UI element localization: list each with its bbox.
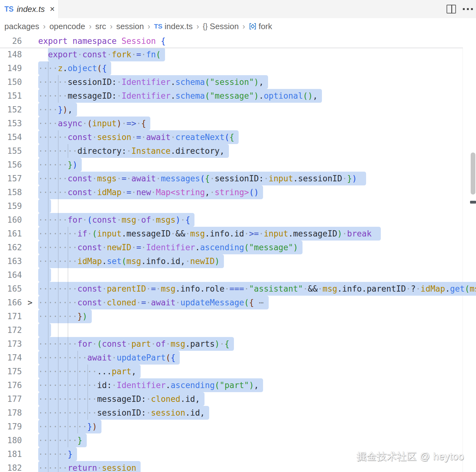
line-number[interactable]: 182 [0,461,22,472]
vertical-scrollbar[interactable] [471,153,475,195]
line-number[interactable]: 173 [0,337,22,351]
code-line[interactable]: 174··········await·updatePart({ [0,351,476,365]
code-line[interactable]: 166>········const·cloned·=·await·updateM… [0,296,476,309]
line-number[interactable]: 26 [0,34,22,48]
code-text: ······for·(const·msg·of·msgs)·{ [38,213,190,227]
tab-index-ts[interactable]: TS index.ts × [0,0,59,18]
indent-guide [58,323,59,337]
code-text: ······messageID:·Identifier.schema("mess… [38,89,318,103]
line-number[interactable]: 160 [0,213,22,227]
code-line[interactable]: 180········} [0,433,476,447]
line-number[interactable]: 175 [0,365,22,378]
breadcrumb-label: Session [210,22,239,31]
line-number[interactable]: 157 [0,172,22,185]
line-number[interactable]: 178 [0,406,22,420]
overview-ruler-border [463,34,463,472]
code-line[interactable]: 163········idMap.set(msg.info.id,·newID) [0,254,476,268]
line-number[interactable]: 179 [0,420,22,433]
code-line[interactable]: 161········if·(input.messageID·&&·msg.in… [0,227,476,241]
line-number[interactable]: 164 [0,268,22,282]
code-line[interactable]: 156······}) [0,158,476,172]
code-line[interactable]: 153····async·(input)·=>·{ [0,117,476,130]
split-editor-icon[interactable] [447,5,456,13]
code-line[interactable]: 155········directory:·Instance.directory… [0,144,476,158]
line-number[interactable]: 162 [0,241,22,254]
breadcrumb-item-session[interactable]: session [116,22,144,31]
line-number[interactable]: 150 [0,75,22,89]
code-text: ············...part, [38,365,136,378]
breadcrumb-label: packages [4,22,39,31]
code-line[interactable]: 178············sessionID:·session.id, [0,406,476,420]
line-number[interactable]: 159 [0,199,22,213]
code-line[interactable]: 160······for·(const·msg·of·msgs)·{ [0,213,476,227]
code-text: ········const·newID·=·Identifier.ascendi… [38,241,298,254]
code-text: ··········await·updatePart({ [38,351,175,365]
code-text: ······const·idMap·=·new·Map<string,·stri… [38,185,259,199]
close-tab-icon[interactable]: × [50,5,55,13]
code-line[interactable]: 150······sessionID:·Identifier.schema("s… [0,75,476,89]
code-line[interactable]: 172 [0,323,476,337]
code-line[interactable]: 177············messageID:·cloned.id, [0,392,476,406]
fold-expand-icon[interactable]: > [28,296,33,309]
breadcrumb-separator: › [110,22,112,31]
code-line[interactable]: 26export namespace Session { [0,34,463,48]
code-line[interactable]: 176············id:·Identifier.ascending(… [0,378,476,392]
selection-highlight [38,268,51,282]
line-number[interactable]: 172 [0,323,22,337]
indent-guide [58,268,59,282]
sticky-scroll-header[interactable]: 26export namespace Session { [0,34,463,48]
code-line[interactable]: 152····}), [0,103,476,117]
line-number[interactable]: 151 [0,89,22,103]
line-number[interactable]: 148 [0,48,22,61]
code-line[interactable]: 157······const·msgs·=·await·messages({·s… [0,172,476,185]
line-number[interactable]: 174 [0,351,22,365]
line-number[interactable]: 154 [0,130,22,144]
line-number[interactable]: 165 [0,282,22,296]
line-number[interactable]: 180 [0,433,22,447]
breadcrumb-label: src [95,22,106,31]
code-text: export namespace Session { [38,34,166,48]
code-line[interactable]: 173········for·(const·part·of·msg.parts)… [0,337,476,351]
vscode-editor-window: TS index.ts × packages›opencode›src›sess… [0,0,476,472]
code-line[interactable]: 179··········}) [0,420,476,433]
breadcrumb-item-session[interactable]: {}Session [203,22,239,31]
code-line[interactable]: 149····z.object({ [0,61,476,75]
code-line[interactable]: 165········const·parentID·=·msg.info.rol… [0,282,476,296]
breadcrumb-item-index-ts[interactable]: TSindex.ts [154,22,193,31]
line-number[interactable]: 177 [0,392,22,406]
code-text: ········} [38,433,82,447]
indent-guide [48,199,49,213]
line-number[interactable]: 158 [0,185,22,199]
indent-guide [48,323,49,337]
line-number[interactable]: 152 [0,103,22,117]
code-line[interactable]: 159 [0,199,476,213]
line-number[interactable]: 156 [0,158,22,172]
line-number[interactable]: 149 [0,61,22,75]
code-line[interactable]: 148 export·const·fork·=·fn( [0,48,476,61]
code-line[interactable]: 164 [0,268,476,282]
breadcrumb-item-fork[interactable]: fork [249,22,272,31]
line-number[interactable]: 163 [0,254,22,268]
code-line[interactable]: 154······const·session·=·await·createNex… [0,130,476,144]
code-line[interactable]: 151······messageID:·Identifier.schema("m… [0,89,476,103]
line-number[interactable]: 153 [0,117,22,130]
code-editor[interactable]: 148 export·const·fork·=·fn(149····z.obje… [0,48,476,472]
typescript-file-icon: TS [154,23,163,30]
line-number[interactable]: 171 [0,309,22,323]
breadcrumb-item-opencode[interactable]: opencode [49,22,85,31]
code-line[interactable]: 158······const·idMap·=·new·Map<string,·s… [0,185,476,199]
line-number[interactable]: 166 [0,296,22,309]
code-line[interactable]: 162········const·newID·=·Identifier.asce… [0,241,476,254]
line-number[interactable]: 181 [0,447,22,461]
breadcrumb-item-packages[interactable]: packages [4,22,39,31]
breadcrumb-item-src[interactable]: src [95,22,106,31]
code-line[interactable]: 171········}) [0,309,476,323]
code-text: ········if·(input.messageID·&&·msg.info.… [38,227,372,241]
line-number[interactable]: 161 [0,227,22,241]
method-symbol-icon [249,23,256,30]
line-number[interactable]: 155 [0,144,22,158]
code-line[interactable]: 175············...part, [0,365,476,378]
breadcrumb-label: opencode [49,22,85,31]
more-actions-icon[interactable] [463,8,473,10]
line-number[interactable]: 176 [0,378,22,392]
